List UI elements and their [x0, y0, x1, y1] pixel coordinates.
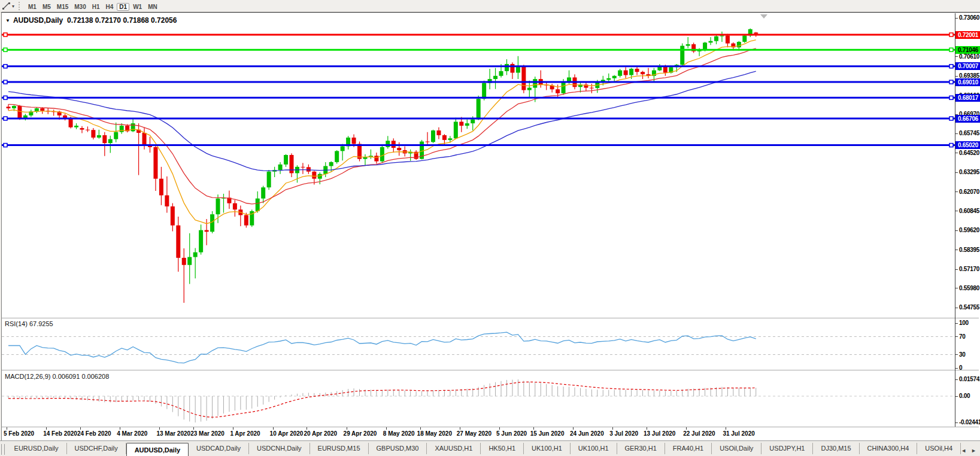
date-tick-mark — [499, 427, 500, 430]
chart-tab-usoil-daily[interactable]: USOil,Daily — [712, 443, 761, 454]
macd-signal-line — [8, 382, 756, 417]
date-label: 4 Mar 2020 — [117, 430, 147, 437]
chart-tab-audusd-daily[interactable]: AUDUSD,Daily — [126, 443, 189, 456]
line-handle[interactable] — [949, 33, 953, 37]
timeframe-button-m1[interactable]: M1 — [26, 3, 39, 11]
price-tick-label: 0.60845 — [959, 208, 979, 214]
rsi-tick-label: 0 — [959, 364, 962, 371]
chart-tab-usdjpy-h1[interactable]: USDJPY,H1 — [761, 443, 813, 454]
tab-scroll-right-icon[interactable]: ► — [971, 448, 976, 454]
price-line-badge: 0.72001 — [955, 31, 980, 39]
line-handle[interactable] — [4, 96, 7, 99]
tool-dropdown-icon[interactable]: ▾ — [12, 4, 14, 9]
date-label: 22 Jul 2020 — [683, 430, 715, 437]
timeframe-button-m15[interactable]: M15 — [54, 3, 71, 11]
panel-separator[interactable] — [2, 370, 979, 370]
timeframe-button-w1[interactable]: W1 — [131, 3, 144, 11]
line-handle[interactable] — [949, 117, 953, 120]
chart-tab-gbpusd-m30[interactable]: GBPUSD,M30 — [369, 443, 427, 454]
date-tick-mark — [686, 427, 687, 430]
line-handle[interactable] — [4, 65, 7, 68]
price-chart-canvas[interactable] — [2, 15, 955, 318]
price-tick-label: 0.63295 — [959, 169, 979, 175]
toolbar-grip[interactable] — [19, 2, 22, 10]
line-handle[interactable] — [4, 33, 7, 37]
price-line-badge: 0.65020 — [955, 141, 980, 149]
price-tick-mark — [955, 211, 958, 211]
date-tick-mark — [460, 427, 460, 430]
line-handle[interactable] — [949, 96, 953, 99]
chart-tab-fra40-h1[interactable]: FRA40,H1 — [665, 443, 712, 454]
date-label: 31 Jul 2020 — [723, 430, 754, 437]
date-tick-mark — [347, 427, 347, 430]
chart-tab-eurusd-daily[interactable]: EURUSD,Daily — [7, 443, 67, 454]
chart-tab-ger30-h1[interactable]: GER30,H1 — [617, 443, 665, 454]
macd-tick-mark — [955, 422, 958, 423]
price-tick-mark — [955, 18, 958, 19]
chart-tab-china300-h4[interactable]: CHINA300,H4 — [860, 443, 918, 454]
chart-tab-usdcnh-daily[interactable]: USDCNH,Daily — [249, 443, 310, 454]
price-tick-label: 0.62070 — [959, 189, 979, 195]
date-tick-mark — [533, 427, 534, 430]
crosshair-tool-icon[interactable] — [2, 2, 11, 10]
date-tick-mark — [612, 427, 613, 430]
date-label: 29 Apr 2020 — [344, 430, 377, 437]
timeframe-button-m30[interactable]: M30 — [72, 3, 88, 11]
rsi-indicator-canvas[interactable] — [2, 318, 955, 370]
chart-menu-icon[interactable]: ▼ — [5, 18, 10, 23]
rsi-tick-mark — [955, 368, 958, 369]
price-tick-mark — [955, 230, 958, 231]
tabbar-grip[interactable] — [1, 444, 5, 455]
price-line-badge: 0.71046 — [955, 46, 980, 54]
chart-tab-xauusd-h1[interactable]: XAUUSD,H1 — [427, 443, 481, 454]
price-line-badge: 0.66706 — [955, 115, 980, 123]
timeframe-button-h1[interactable]: H1 — [90, 3, 102, 11]
timeframe-button-d1[interactable]: D1 — [117, 3, 129, 11]
tab-scroll-left-icon[interactable]: ◄ — [961, 448, 966, 454]
date-label: 27 May 2020 — [457, 430, 491, 437]
rsi-tick-label: 100 — [959, 320, 969, 326]
date-label: 5 Feb 2020 — [4, 430, 34, 437]
line-handle[interactable] — [4, 144, 7, 147]
timeframe-button-h4[interactable]: H4 — [104, 3, 116, 11]
macd-tick-label: -0.024417 — [959, 419, 980, 425]
date-label: 20 Apr 2020 — [304, 430, 337, 437]
rsi-label: RSI(14) 67.9255 — [5, 320, 53, 327]
chart-tab-eurusd-m15[interactable]: EURUSD,M15 — [310, 443, 369, 454]
date-label: 3 Jul 2020 — [609, 430, 638, 437]
price-tick-label: 0.55980 — [959, 285, 979, 291]
period-toolbar: ▾ M1M5M15M30H1H4D1W1MN — [0, 0, 980, 13]
timeframe-button-mn[interactable]: MN — [145, 3, 160, 11]
date-tick-mark — [420, 427, 421, 430]
line-handle[interactable] — [949, 48, 953, 51]
line-handle[interactable] — [949, 65, 953, 68]
chart-shift-marker-icon[interactable] — [760, 14, 767, 19]
price-line-badge: 0.68017 — [955, 94, 980, 102]
line-handle[interactable] — [4, 48, 7, 51]
date-label: 13 Jul 2020 — [644, 430, 675, 437]
price-tick-mark — [955, 250, 958, 250]
line-handle[interactable] — [949, 144, 953, 147]
date-tick-mark — [273, 427, 274, 430]
date-tick-mark — [726, 427, 726, 430]
line-handle[interactable] — [4, 80, 7, 84]
chart-tab-usdchf-daily[interactable]: USDCHF,Daily — [67, 443, 126, 454]
candles-series — [7, 28, 758, 302]
date-tick-mark — [7, 427, 7, 430]
price-tick-label: 0.59620 — [959, 227, 979, 233]
chart-tab-hk50-h1[interactable]: HK50,H1 — [481, 443, 524, 454]
macd-indicator-canvas[interactable] — [2, 371, 955, 427]
chart-tab-usdcad-daily[interactable]: USDCAD,Daily — [189, 443, 249, 454]
line-handle[interactable] — [949, 80, 953, 84]
chart-tab-uk100-h1[interactable]: UK100,H1 — [571, 443, 617, 454]
chart-tab-uk100-h1[interactable]: UK100,H1 — [524, 443, 571, 454]
date-tick-mark — [159, 427, 160, 430]
chart-tab-usoil-h4[interactable]: USOil,H4 — [917, 443, 961, 454]
chart-tabs: EURUSD,DailyUSDCHF,DailyAUDUSD,DailyUSDC… — [7, 443, 961, 456]
chart-tab-dj30-m15[interactable]: DJ30,M15 — [813, 443, 859, 454]
price-tick-mark — [955, 76, 958, 77]
line-handle[interactable] — [4, 117, 7, 120]
date-tick-mark — [120, 427, 120, 430]
timeframe-button-m5[interactable]: M5 — [40, 3, 53, 11]
macd-label: MACD(12,26,9) 0.006091 0.006208 — [5, 373, 109, 380]
